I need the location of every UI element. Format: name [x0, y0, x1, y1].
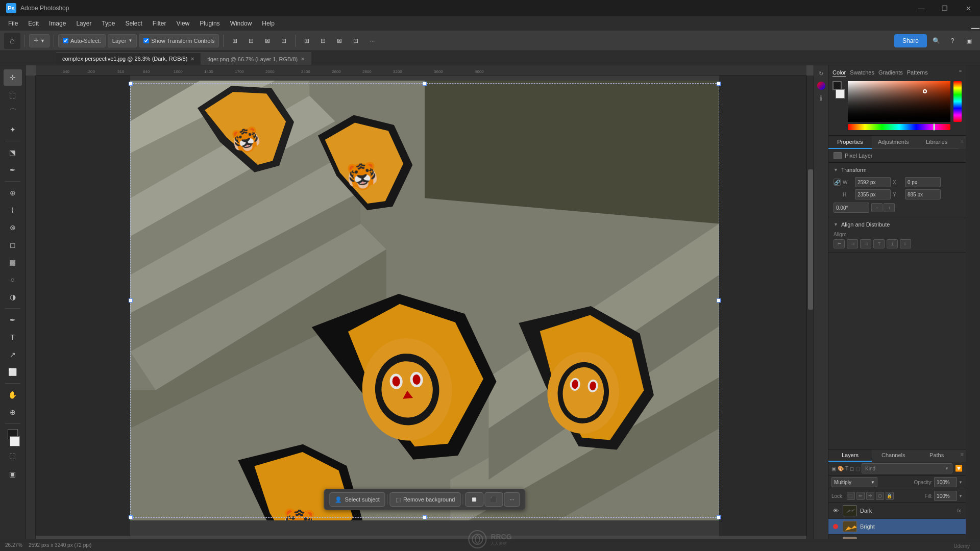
tab-complex-perspective[interactable]: complex perspective1.jpg @ 26.3% (Dark, … — [56, 53, 201, 65]
hue-slider[interactable] — [848, 124, 950, 130]
minimize-button[interactable]: — — [910, 0, 933, 16]
screen-mode-button[interactable]: ▣ — [9, 466, 17, 482]
align-header[interactable]: ▼ Align and Distribute — [834, 221, 961, 228]
zoom-tool[interactable]: ⊕ — [4, 404, 22, 420]
canvas-content[interactable]: 🐯 🐯 — [36, 76, 814, 536]
help-button[interactable]: ? — [945, 34, 960, 48]
layer-filter-shape[interactable]: ◻ — [850, 466, 854, 471]
blur-tool[interactable]: ○ — [4, 271, 22, 288]
align-left-button[interactable]: ⊞ — [228, 34, 242, 48]
tab-tiger[interactable]: tiger.png @ 66.7% (Layer 1, RGB/8) ✕ — [201, 53, 311, 65]
selection-tool[interactable]: ⬚ — [4, 87, 22, 103]
crop-tool[interactable]: ⬔ — [4, 144, 22, 161]
menu-window[interactable]: Window — [225, 18, 257, 29]
color-panel-collapse[interactable]: ≡ — [959, 68, 962, 77]
lock-transparent-pixels[interactable]: ⬚ — [847, 492, 855, 500]
background-color[interactable] — [10, 436, 20, 446]
align-left-edge[interactable]: ⊢ — [834, 239, 845, 248]
height-input[interactable] — [855, 189, 891, 199]
align-center-button[interactable]: ⊟ — [244, 34, 258, 48]
patterns-tab[interactable]: Patterns — [907, 68, 928, 77]
width-input[interactable] — [855, 177, 891, 187]
link-dimensions-button[interactable]: 🔗 — [834, 179, 841, 186]
layer-item-bright[interactable]: Bright — [828, 519, 966, 535]
menu-filter[interactable]: Filter — [148, 18, 172, 29]
hand-tool[interactable]: ✋ — [4, 387, 22, 403]
align-h-dist[interactable]: ⊡ — [349, 34, 363, 48]
mask-button[interactable]: ⬛ — [484, 492, 503, 507]
magic-wand-tool[interactable]: ✦ — [4, 121, 22, 138]
move-tool[interactable]: ✛ — [4, 69, 22, 86]
align-right-edge[interactable]: ⊣ — [860, 239, 871, 248]
close-button[interactable]: ✕ — [957, 0, 980, 16]
tab-channels[interactable]: Channels — [872, 449, 915, 462]
distribute-button[interactable]: ⊡ — [277, 34, 291, 48]
select-subject-button[interactable]: 👤 Select subject — [329, 492, 385, 507]
move-tool-button[interactable]: ✛ ▼ — [29, 34, 50, 47]
lock-all[interactable]: 🔒 — [886, 492, 894, 500]
auto-select-checkbox[interactable]: Auto-Select: — [58, 34, 106, 47]
layer-filter-pixel[interactable]: ▣ — [831, 466, 836, 471]
align-v-mid[interactable]: ⊟ — [316, 34, 330, 48]
align-bottom-edge[interactable]: ⊦ — [900, 239, 911, 248]
layers-filter-toggle[interactable]: 🔽 — [955, 465, 963, 472]
flip-v-button[interactable]: ↕ — [884, 203, 895, 212]
align-v-center[interactable]: ⊥ — [887, 239, 898, 248]
lock-position[interactable]: ✛ — [866, 492, 874, 500]
vscroll-thumb[interactable] — [808, 169, 813, 310]
menu-type[interactable]: Type — [96, 18, 120, 29]
fill-input[interactable] — [934, 491, 957, 501]
menu-view[interactable]: View — [171, 18, 194, 29]
y-input[interactable] — [905, 189, 941, 199]
layer-visibility-bright[interactable] — [831, 522, 840, 531]
menu-select[interactable]: Select — [120, 18, 147, 29]
align-h-center[interactable]: ⊣ — [847, 239, 858, 248]
menu-file[interactable]: File — [3, 18, 23, 29]
fill-chevron[interactable]: ▼ — [959, 494, 963, 498]
share-button[interactable]: Share — [894, 34, 927, 47]
layer-select[interactable]: Layer ▼ — [108, 34, 137, 47]
blend-mode-select[interactable]: Multiply ▼ — [831, 477, 877, 487]
home-button[interactable]: ⌂ — [4, 33, 20, 49]
color-tab[interactable]: Color — [832, 68, 846, 77]
lasso-tool[interactable]: ⌒ — [4, 104, 22, 120]
refine-button[interactable]: 🔲 — [465, 492, 483, 507]
tab-close-2[interactable]: ✕ — [301, 56, 305, 62]
workspace-button[interactable]: ▣ — [962, 34, 976, 48]
layer-visibility-dark[interactable]: 👁 — [831, 507, 840, 515]
menu-help[interactable]: Help — [257, 18, 280, 29]
vertical-scrollbar[interactable] — [806, 76, 814, 544]
tab-paths[interactable]: Paths — [915, 449, 959, 462]
info-icon[interactable]: ℹ — [816, 93, 826, 103]
maximize-button[interactable]: ❐ — [933, 0, 957, 16]
layer-effects-dark[interactable]: fx — [955, 507, 963, 514]
tab-properties[interactable]: Properties — [828, 136, 872, 149]
x-input[interactable] — [905, 177, 941, 187]
align-top-edge[interactable]: ⊤ — [873, 239, 885, 248]
layer-item-dark[interactable]: 👁 Dark fx — [828, 503, 966, 519]
pen-tool[interactable]: ✒ — [4, 312, 22, 328]
dodge-tool[interactable]: ◑ — [4, 289, 22, 305]
eraser-tool[interactable]: ◻ — [4, 237, 22, 253]
layer-filter-text[interactable]: T — [845, 466, 848, 471]
eyedropper-tool[interactable]: ✒ — [4, 162, 22, 178]
layers-kind-filter[interactable]: Kind ▼ — [862, 463, 952, 473]
more-options-button[interactable]: ··· — [365, 34, 379, 48]
transform-header[interactable]: ▼ Transform — [834, 167, 961, 173]
text-tool[interactable]: T — [4, 329, 22, 345]
properties-panel-collapse[interactable]: ≡ — [959, 136, 966, 149]
mask-mode-button[interactable]: ⬚ — [4, 447, 22, 464]
align-v-bot[interactable]: ⊠ — [332, 34, 347, 48]
brush-tool[interactable]: ⌇ — [4, 202, 22, 218]
shape-tool[interactable]: ⬜ — [4, 364, 22, 380]
tab-layers[interactable]: Layers — [828, 449, 872, 462]
tab-close-1[interactable]: ✕ — [190, 56, 194, 62]
flip-h-button[interactable]: ↔ — [871, 203, 883, 212]
layer-filter-smart[interactable]: ⬚ — [855, 466, 860, 471]
background-swatch[interactable] — [836, 89, 845, 98]
color-picker-gradient[interactable] — [848, 81, 950, 122]
show-transform-checkbox[interactable]: Show Transform Controls — [139, 34, 219, 47]
opacity-chevron[interactable]: ▼ — [959, 480, 963, 485]
layers-panel-collapse[interactable]: ≡ — [959, 449, 966, 462]
tab-libraries[interactable]: Libraries — [915, 136, 959, 149]
